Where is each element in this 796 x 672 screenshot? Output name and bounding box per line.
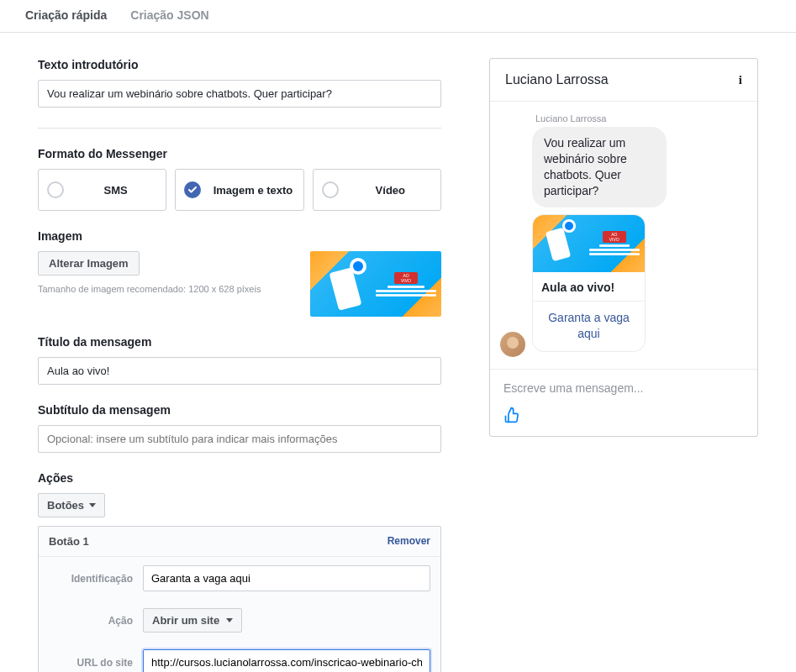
button-config-card: Botão 1 Remover Identificação Ação Abrir… [38,526,441,672]
intro-text-input[interactable] [38,80,441,108]
tabs-bar: Criação rápida Criação JSON [0,0,796,33]
msg-title-label: Título da mensagem [38,335,456,349]
actions-dropdown[interactable]: Botões [38,493,105,517]
button-action-label: Ação [49,615,133,627]
preview-sender-name: Luciano Larrossa [535,113,746,123]
image-size-hint: Tamanho de imagem recomendado: 1200 x 62… [38,284,293,294]
composer-placeholder[interactable]: Escreve uma mensagem... [503,381,744,395]
divider [38,128,441,129]
button-id-input[interactable] [143,565,430,591]
button-id-label: Identificação [49,573,133,585]
preview-card: AO VIVO Aula ao vivo! Garanta a vaga aqu… [532,214,646,352]
image-label: Imagem [38,229,456,243]
button-remove-link[interactable]: Remover [387,535,430,548]
radio-unchecked-icon [47,181,64,198]
button-url-input[interactable] [143,649,430,672]
format-option-image-text[interactable]: Imagem e texto [175,169,303,211]
msg-subtitle-input[interactable] [38,425,441,453]
actions-dropdown-label: Botões [47,499,84,512]
thumbs-up-icon[interactable] [503,407,520,423]
msg-title-input[interactable] [38,357,441,385]
format-label: Formato do Messenger [38,147,456,160]
intro-label: Texto introdutório [38,58,456,71]
button-card-title: Botão 1 [49,535,89,548]
format-option-label: Vídeo [349,184,432,197]
button-action-dropdown[interactable]: Abrir um site [143,608,242,633]
radio-unchecked-icon [322,181,339,198]
preview-text-bubble: Vou realizar um webinário sobre chatbots… [532,127,667,207]
messenger-preview: Luciano Larrossa i Luciano Larrossa Vou … [489,58,758,437]
format-option-label: SMS [74,184,157,197]
format-option-label: Imagem e texto [211,184,294,197]
format-option-video[interactable]: Vídeo [313,169,441,211]
preview-page-name: Luciano Larrossa [505,72,609,87]
preview-card-image: AO VIVO [533,215,645,272]
format-option-sms[interactable]: SMS [38,169,166,211]
caret-down-icon [226,618,233,622]
tab-json-create[interactable]: Criação JSON [119,0,220,32]
msg-subtitle-label: Subtítulo da mensagem [38,403,456,417]
preview-card-button[interactable]: Garanta a vaga aqui [533,301,645,351]
preview-card-title: Aula ao vivo! [533,272,645,301]
tab-quick-create[interactable]: Criação rápida [13,0,119,32]
info-icon[interactable]: i [739,73,742,87]
change-image-button[interactable]: Alterar Imagem [38,251,140,276]
button-action-value: Abrir um site [152,614,219,627]
avatar [500,332,525,357]
actions-label: Ações [38,471,456,485]
button-url-label: URL do site [49,657,133,669]
radio-checked-icon [184,181,201,198]
caret-down-icon [89,503,96,507]
image-thumbnail: AO VIVO [310,251,441,317]
